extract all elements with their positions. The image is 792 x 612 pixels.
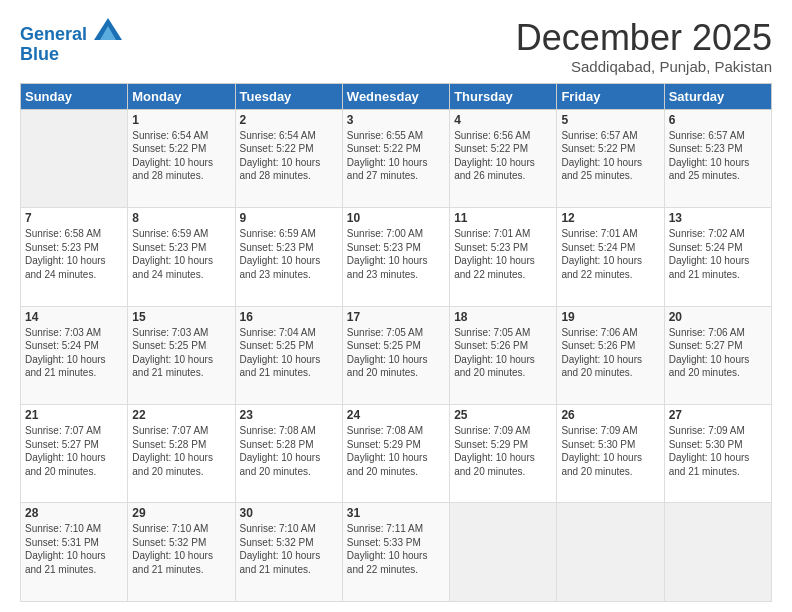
logo: General Blue bbox=[20, 22, 122, 65]
calendar-cell: 1Sunrise: 6:54 AM Sunset: 5:22 PM Daylig… bbox=[128, 109, 235, 207]
day-content: Sunrise: 7:08 AM Sunset: 5:29 PM Dayligh… bbox=[347, 424, 445, 478]
day-number: 31 bbox=[347, 506, 445, 520]
day-number: 13 bbox=[669, 211, 767, 225]
day-content: Sunrise: 7:08 AM Sunset: 5:28 PM Dayligh… bbox=[240, 424, 338, 478]
day-content: Sunrise: 7:09 AM Sunset: 5:29 PM Dayligh… bbox=[454, 424, 552, 478]
calendar-cell: 15Sunrise: 7:03 AM Sunset: 5:25 PM Dayli… bbox=[128, 306, 235, 404]
day-number: 27 bbox=[669, 408, 767, 422]
day-number: 2 bbox=[240, 113, 338, 127]
day-content: Sunrise: 7:05 AM Sunset: 5:25 PM Dayligh… bbox=[347, 326, 445, 380]
weekday-header: Tuesday bbox=[235, 83, 342, 109]
day-number: 26 bbox=[561, 408, 659, 422]
day-number: 11 bbox=[454, 211, 552, 225]
calendar-cell: 25Sunrise: 7:09 AM Sunset: 5:29 PM Dayli… bbox=[450, 405, 557, 503]
weekday-header: Saturday bbox=[664, 83, 771, 109]
calendar-week-row: 14Sunrise: 7:03 AM Sunset: 5:24 PM Dayli… bbox=[21, 306, 772, 404]
calendar-cell: 5Sunrise: 6:57 AM Sunset: 5:22 PM Daylig… bbox=[557, 109, 664, 207]
day-content: Sunrise: 7:01 AM Sunset: 5:23 PM Dayligh… bbox=[454, 227, 552, 281]
day-content: Sunrise: 7:03 AM Sunset: 5:25 PM Dayligh… bbox=[132, 326, 230, 380]
day-number: 6 bbox=[669, 113, 767, 127]
calendar-cell bbox=[21, 109, 128, 207]
day-number: 28 bbox=[25, 506, 123, 520]
day-number: 21 bbox=[25, 408, 123, 422]
day-number: 22 bbox=[132, 408, 230, 422]
calendar-cell: 4Sunrise: 6:56 AM Sunset: 5:22 PM Daylig… bbox=[450, 109, 557, 207]
day-number: 30 bbox=[240, 506, 338, 520]
calendar-cell: 3Sunrise: 6:55 AM Sunset: 5:22 PM Daylig… bbox=[342, 109, 449, 207]
logo-icon bbox=[94, 18, 122, 40]
day-content: Sunrise: 7:02 AM Sunset: 5:24 PM Dayligh… bbox=[669, 227, 767, 281]
day-content: Sunrise: 7:03 AM Sunset: 5:24 PM Dayligh… bbox=[25, 326, 123, 380]
weekday-header: Wednesday bbox=[342, 83, 449, 109]
day-number: 5 bbox=[561, 113, 659, 127]
calendar-week-row: 21Sunrise: 7:07 AM Sunset: 5:27 PM Dayli… bbox=[21, 405, 772, 503]
day-number: 10 bbox=[347, 211, 445, 225]
day-content: Sunrise: 7:07 AM Sunset: 5:28 PM Dayligh… bbox=[132, 424, 230, 478]
day-content: Sunrise: 7:11 AM Sunset: 5:33 PM Dayligh… bbox=[347, 522, 445, 576]
day-content: Sunrise: 7:05 AM Sunset: 5:26 PM Dayligh… bbox=[454, 326, 552, 380]
day-content: Sunrise: 7:09 AM Sunset: 5:30 PM Dayligh… bbox=[561, 424, 659, 478]
main-title: December 2025 bbox=[516, 18, 772, 58]
day-content: Sunrise: 7:01 AM Sunset: 5:24 PM Dayligh… bbox=[561, 227, 659, 281]
day-content: Sunrise: 7:10 AM Sunset: 5:32 PM Dayligh… bbox=[240, 522, 338, 576]
day-number: 20 bbox=[669, 310, 767, 324]
calendar-cell: 17Sunrise: 7:05 AM Sunset: 5:25 PM Dayli… bbox=[342, 306, 449, 404]
calendar: SundayMondayTuesdayWednesdayThursdayFrid… bbox=[20, 83, 772, 602]
day-content: Sunrise: 7:06 AM Sunset: 5:26 PM Dayligh… bbox=[561, 326, 659, 380]
calendar-cell: 12Sunrise: 7:01 AM Sunset: 5:24 PM Dayli… bbox=[557, 208, 664, 306]
calendar-cell: 20Sunrise: 7:06 AM Sunset: 5:27 PM Dayli… bbox=[664, 306, 771, 404]
day-number: 25 bbox=[454, 408, 552, 422]
calendar-cell: 14Sunrise: 7:03 AM Sunset: 5:24 PM Dayli… bbox=[21, 306, 128, 404]
day-content: Sunrise: 6:57 AM Sunset: 5:23 PM Dayligh… bbox=[669, 129, 767, 183]
calendar-cell: 13Sunrise: 7:02 AM Sunset: 5:24 PM Dayli… bbox=[664, 208, 771, 306]
day-number: 8 bbox=[132, 211, 230, 225]
calendar-cell: 27Sunrise: 7:09 AM Sunset: 5:30 PM Dayli… bbox=[664, 405, 771, 503]
day-number: 4 bbox=[454, 113, 552, 127]
calendar-cell: 29Sunrise: 7:10 AM Sunset: 5:32 PM Dayli… bbox=[128, 503, 235, 602]
page: General Blue December 2025 Saddiqabad, P… bbox=[0, 0, 792, 612]
day-content: Sunrise: 7:00 AM Sunset: 5:23 PM Dayligh… bbox=[347, 227, 445, 281]
day-content: Sunrise: 7:10 AM Sunset: 5:31 PM Dayligh… bbox=[25, 522, 123, 576]
day-number: 24 bbox=[347, 408, 445, 422]
calendar-cell: 7Sunrise: 6:58 AM Sunset: 5:23 PM Daylig… bbox=[21, 208, 128, 306]
day-number: 12 bbox=[561, 211, 659, 225]
calendar-week-row: 1Sunrise: 6:54 AM Sunset: 5:22 PM Daylig… bbox=[21, 109, 772, 207]
title-block: December 2025 Saddiqabad, Punjab, Pakist… bbox=[516, 18, 772, 75]
calendar-cell bbox=[664, 503, 771, 602]
calendar-cell: 16Sunrise: 7:04 AM Sunset: 5:25 PM Dayli… bbox=[235, 306, 342, 404]
logo-text2: Blue bbox=[20, 45, 122, 65]
header: General Blue December 2025 Saddiqabad, P… bbox=[20, 18, 772, 75]
day-number: 23 bbox=[240, 408, 338, 422]
calendar-header-row: SundayMondayTuesdayWednesdayThursdayFrid… bbox=[21, 83, 772, 109]
logo-text: General bbox=[20, 22, 122, 45]
weekday-header: Sunday bbox=[21, 83, 128, 109]
day-content: Sunrise: 7:06 AM Sunset: 5:27 PM Dayligh… bbox=[669, 326, 767, 380]
calendar-cell: 19Sunrise: 7:06 AM Sunset: 5:26 PM Dayli… bbox=[557, 306, 664, 404]
day-number: 14 bbox=[25, 310, 123, 324]
day-number: 19 bbox=[561, 310, 659, 324]
weekday-header: Friday bbox=[557, 83, 664, 109]
calendar-cell: 18Sunrise: 7:05 AM Sunset: 5:26 PM Dayli… bbox=[450, 306, 557, 404]
calendar-cell: 24Sunrise: 7:08 AM Sunset: 5:29 PM Dayli… bbox=[342, 405, 449, 503]
day-number: 9 bbox=[240, 211, 338, 225]
day-content: Sunrise: 6:56 AM Sunset: 5:22 PM Dayligh… bbox=[454, 129, 552, 183]
day-number: 7 bbox=[25, 211, 123, 225]
calendar-cell: 8Sunrise: 6:59 AM Sunset: 5:23 PM Daylig… bbox=[128, 208, 235, 306]
calendar-cell: 6Sunrise: 6:57 AM Sunset: 5:23 PM Daylig… bbox=[664, 109, 771, 207]
day-content: Sunrise: 6:55 AM Sunset: 5:22 PM Dayligh… bbox=[347, 129, 445, 183]
day-number: 18 bbox=[454, 310, 552, 324]
day-content: Sunrise: 6:58 AM Sunset: 5:23 PM Dayligh… bbox=[25, 227, 123, 281]
day-content: Sunrise: 6:59 AM Sunset: 5:23 PM Dayligh… bbox=[132, 227, 230, 281]
calendar-week-row: 28Sunrise: 7:10 AM Sunset: 5:31 PM Dayli… bbox=[21, 503, 772, 602]
calendar-cell bbox=[557, 503, 664, 602]
day-content: Sunrise: 7:04 AM Sunset: 5:25 PM Dayligh… bbox=[240, 326, 338, 380]
calendar-cell: 22Sunrise: 7:07 AM Sunset: 5:28 PM Dayli… bbox=[128, 405, 235, 503]
subtitle: Saddiqabad, Punjab, Pakistan bbox=[516, 58, 772, 75]
calendar-cell: 23Sunrise: 7:08 AM Sunset: 5:28 PM Dayli… bbox=[235, 405, 342, 503]
day-number: 3 bbox=[347, 113, 445, 127]
day-number: 29 bbox=[132, 506, 230, 520]
day-number: 15 bbox=[132, 310, 230, 324]
day-content: Sunrise: 7:10 AM Sunset: 5:32 PM Dayligh… bbox=[132, 522, 230, 576]
day-number: 17 bbox=[347, 310, 445, 324]
calendar-cell: 10Sunrise: 7:00 AM Sunset: 5:23 PM Dayli… bbox=[342, 208, 449, 306]
